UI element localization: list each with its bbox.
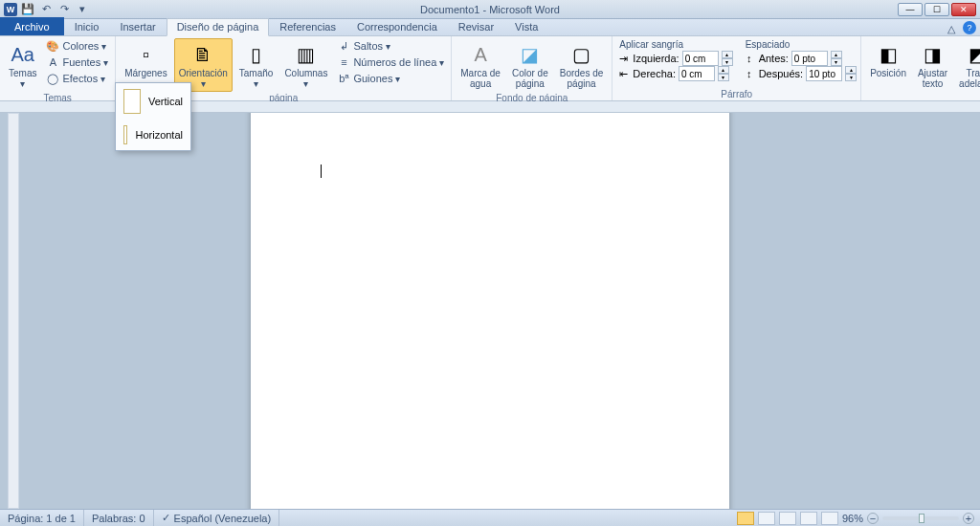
tab-vista[interactable]: Vista xyxy=(504,18,548,35)
status-bar: Página: 1 de 1 Palabras: 0 ✓Español (Ven… xyxy=(0,509,980,526)
efectos-button[interactable]: ◯Efectos ▾ xyxy=(43,71,111,86)
spin-down[interactable]: ▾ xyxy=(845,74,857,81)
guiones-button[interactable]: bªGuiones ▾ xyxy=(334,71,447,86)
orientacion-horizontal-label: Horizontal xyxy=(135,129,183,141)
espaciado-label: Espaciado xyxy=(743,38,857,51)
vertical-ruler[interactable] xyxy=(8,113,19,509)
sangria-derecha-input[interactable] xyxy=(679,66,715,81)
color-pagina-button[interactable]: ◪Color de página xyxy=(507,38,553,92)
orientacion-menu: Vertical Horizontal xyxy=(115,82,191,151)
fonts-icon: A xyxy=(46,55,59,69)
page-borders-icon: ▢ xyxy=(568,41,595,68)
antes-label: Antes: xyxy=(759,53,789,64)
view-draft-button[interactable] xyxy=(821,512,838,525)
sangria-derecha-row: ⇤ Derecha: ▴▾ xyxy=(616,66,732,81)
saltos-button[interactable]: ↲Saltos ▾ xyxy=(334,38,447,54)
derecha-label: Derecha: xyxy=(633,68,676,79)
espaciado-despues-input[interactable] xyxy=(806,66,842,81)
close-button[interactable]: ✕ xyxy=(951,3,976,16)
tab-file[interactable]: Archivo xyxy=(0,17,64,35)
spin-up[interactable]: ▴ xyxy=(845,66,857,74)
view-print-layout-button[interactable] xyxy=(737,512,754,525)
word-icon: W xyxy=(4,3,17,16)
bordes-pagina-button[interactable]: ▢Bordes de página xyxy=(555,38,609,92)
view-outline-button[interactable] xyxy=(800,512,817,525)
text-cursor xyxy=(321,164,322,178)
traer-adelante-button[interactable]: ◩Traer adelante xyxy=(954,38,980,92)
help-icon[interactable]: ? xyxy=(963,21,976,34)
document-page[interactable] xyxy=(251,113,729,509)
qat-save-icon[interactable]: 💾 xyxy=(20,2,35,17)
status-language[interactable]: ✓Español (Venezuela) xyxy=(154,510,280,526)
espaciado-despues-row: ↕ Después: ▴▾ xyxy=(743,66,857,81)
ribbon-tabs: Archivo Inicio Insertar Diseño de página… xyxy=(0,19,980,36)
maximize-button[interactable]: ☐ xyxy=(924,3,949,16)
spin-up[interactable]: ▴ xyxy=(831,51,842,58)
portrait-icon xyxy=(123,89,141,114)
spin-down[interactable]: ▾ xyxy=(718,74,729,81)
size-icon: ▯ xyxy=(243,41,270,68)
spin-down[interactable]: ▾ xyxy=(722,58,733,66)
ribbon-minimize-icon[interactable]: △ xyxy=(944,21,959,36)
group-label-parrafo: Párrafo xyxy=(616,88,857,100)
numeros-linea-button[interactable]: ≡Números de línea ▾ xyxy=(334,55,447,70)
title-bar: W 💾 ↶ ↷ ▾ Documento1 - Microsoft Word — … xyxy=(0,0,980,19)
sangria-izquierda-input[interactable] xyxy=(682,51,719,66)
temas-button[interactable]: Aa Temas▾ xyxy=(4,38,41,92)
group-organizar: ◧Posición ◨Ajustar texto ◩Traer adelante… xyxy=(861,36,980,100)
izquierda-label: Izquierda: xyxy=(633,53,679,64)
tab-revisar[interactable]: Revisar xyxy=(448,18,504,35)
tab-correspondencia[interactable]: Correspondencia xyxy=(346,18,448,35)
posicion-button[interactable]: ◧Posición xyxy=(865,38,911,81)
orientacion-vertical-item[interactable]: Vertical xyxy=(116,83,190,120)
indent-left-icon: ⇥ xyxy=(616,52,630,65)
qat-customize-icon[interactable]: ▾ xyxy=(75,2,90,17)
workspace: · 2 · | · 1 · | · · · | · 1 · | · 2 · | … xyxy=(0,113,980,509)
fuentes-button[interactable]: AFuentes ▾ xyxy=(43,55,111,70)
tab-inicio[interactable]: Inicio xyxy=(64,18,110,35)
line-numbers-icon: ≡ xyxy=(337,55,350,69)
window-title: Documento1 - Microsoft Word xyxy=(0,4,980,15)
tab-referencias[interactable]: Referencias xyxy=(269,18,346,35)
minimize-button[interactable]: — xyxy=(898,3,923,16)
effects-icon: ◯ xyxy=(46,72,59,85)
orientacion-vertical-label: Vertical xyxy=(148,96,183,107)
columns-icon: ▥ xyxy=(293,41,320,68)
spin-down[interactable]: ▾ xyxy=(831,58,842,66)
margins-icon: ▫ xyxy=(132,41,159,68)
espaciado-antes-input[interactable] xyxy=(791,51,828,66)
marca-agua-button[interactable]: AMarca de agua xyxy=(456,38,505,92)
columnas-button[interactable]: ▥Columnas▾ xyxy=(279,38,332,92)
despues-label: Después: xyxy=(759,68,803,79)
status-page[interactable]: Página: 1 de 1 xyxy=(0,510,84,526)
group-fondo-pagina: AMarca de agua ◪Color de página ▢Bordes … xyxy=(452,36,612,100)
zoom-level[interactable]: 96% xyxy=(842,513,863,524)
tamano-button[interactable]: ▯Tamaño▾ xyxy=(234,38,278,92)
hyphen-icon: bª xyxy=(337,72,350,85)
espaciado-antes-row: ↕ Antes: ▴▾ xyxy=(743,51,857,66)
indent-right-icon: ⇤ xyxy=(616,67,630,80)
view-web-button[interactable] xyxy=(779,512,796,525)
breaks-icon: ↲ xyxy=(337,39,350,53)
ajustar-texto-button[interactable]: ◨Ajustar texto xyxy=(913,38,952,92)
colors-icon: 🎨 xyxy=(46,39,59,53)
qat-redo-icon[interactable]: ↷ xyxy=(56,2,72,17)
spellcheck-icon: ✓ xyxy=(162,512,170,524)
colores-button[interactable]: 🎨Colores ▾ xyxy=(43,38,111,54)
spin-up[interactable]: ▴ xyxy=(722,51,733,58)
group-parrafo: Aplicar sangría ⇥ Izquierda: ▴▾ ⇤ Derech… xyxy=(612,36,861,100)
spin-up[interactable]: ▴ xyxy=(718,66,729,74)
orientation-icon: 🗎 xyxy=(189,41,216,68)
zoom-in-button[interactable]: + xyxy=(963,513,974,524)
zoom-slider[interactable] xyxy=(882,516,959,520)
space-before-icon: ↕ xyxy=(743,52,756,65)
status-words[interactable]: Palabras: 0 xyxy=(84,510,154,526)
orientacion-horizontal-item[interactable]: Horizontal xyxy=(116,120,190,150)
tab-insertar[interactable]: Insertar xyxy=(109,18,166,35)
view-fullscreen-button[interactable] xyxy=(758,512,775,525)
zoom-out-button[interactable]: − xyxy=(867,513,879,524)
group-temas: Aa Temas▾ 🎨Colores ▾ AFuentes ▾ ◯Efectos… xyxy=(0,36,116,100)
qat-undo-icon[interactable]: ↶ xyxy=(38,2,54,17)
tab-diseno-pagina[interactable]: Diseño de página xyxy=(167,18,270,36)
zoom-thumb[interactable] xyxy=(919,514,924,523)
